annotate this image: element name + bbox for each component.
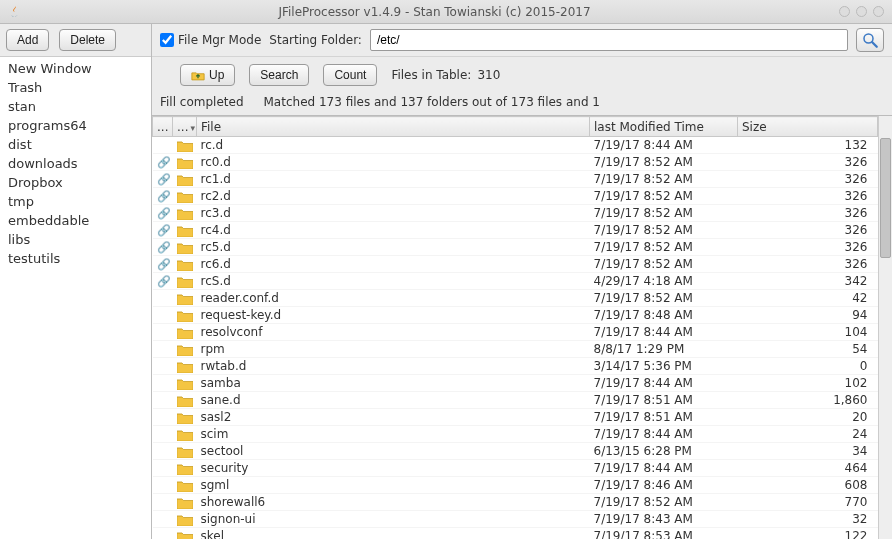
browse-button[interactable]	[856, 28, 884, 52]
cell-icon	[173, 477, 197, 494]
symlink-icon: 🔗	[157, 173, 171, 186]
cell-size: 104	[738, 324, 878, 341]
table-row[interactable]: rpm8/8/17 1:29 PM54	[153, 341, 878, 358]
cell-size: 326	[738, 256, 878, 273]
cell-size: 122	[738, 528, 878, 540]
table-row[interactable]: sgml7/19/17 8:46 AM608	[153, 477, 878, 494]
scrollbar-thumb[interactable]	[880, 138, 891, 258]
table-row[interactable]: 🔗rc4.d7/19/17 8:52 AM326	[153, 222, 878, 239]
cell-link: 🔗	[153, 205, 173, 222]
table-row[interactable]: resolvconf7/19/17 8:44 AM104	[153, 324, 878, 341]
file-mgr-mode-checkbox[interactable]	[160, 33, 174, 47]
sidebar-item[interactable]: dist	[0, 135, 151, 154]
symlink-icon: 🔗	[157, 258, 171, 271]
cell-modified: 7/19/17 8:52 AM	[590, 256, 738, 273]
table-row[interactable]: scim7/19/17 8:44 AM24	[153, 426, 878, 443]
cell-size: 54	[738, 341, 878, 358]
cell-filename: scim	[197, 426, 590, 443]
table-row[interactable]: security7/19/17 8:44 AM464	[153, 460, 878, 477]
table-row[interactable]: 🔗rc3.d7/19/17 8:52 AM326	[153, 205, 878, 222]
cell-modified: 6/13/15 6:28 PM	[590, 443, 738, 460]
cell-size: 608	[738, 477, 878, 494]
minimize-button[interactable]	[839, 6, 850, 17]
table-row[interactable]: request-key.d7/19/17 8:48 AM94	[153, 307, 878, 324]
sidebar-item[interactable]: tmp	[0, 192, 151, 211]
close-button[interactable]	[873, 6, 884, 17]
table-row[interactable]: shorewall67/19/17 8:52 AM770	[153, 494, 878, 511]
files-in-table-value: 310	[477, 68, 500, 82]
status-line: Fill completed Matched 173 files and 137…	[152, 93, 892, 115]
up-button[interactable]: Up	[180, 64, 235, 86]
sidebar-item[interactable]: New Window	[0, 59, 151, 78]
table-row[interactable]: samba7/19/17 8:44 AM102	[153, 375, 878, 392]
cell-filename: sgml	[197, 477, 590, 494]
col-size[interactable]: Size	[738, 117, 878, 137]
cell-size: 102	[738, 375, 878, 392]
cell-modified: 7/19/17 8:52 AM	[590, 239, 738, 256]
cell-filename: rcS.d	[197, 273, 590, 290]
cell-link	[153, 511, 173, 528]
sidebar-item[interactable]: embeddable	[0, 211, 151, 230]
table-row[interactable]: 🔗rc2.d7/19/17 8:52 AM326	[153, 188, 878, 205]
sidebar-item[interactable]: libs	[0, 230, 151, 249]
folder-icon	[177, 172, 193, 186]
sidebar-item[interactable]: testutils	[0, 249, 151, 268]
table-row[interactable]: 🔗rc5.d7/19/17 8:52 AM326	[153, 239, 878, 256]
file-mgr-mode[interactable]: File Mgr Mode	[160, 33, 261, 47]
sidebar-item[interactable]: stan	[0, 97, 151, 116]
starting-folder-input[interactable]	[370, 29, 848, 51]
sidebar-item[interactable]: Trash	[0, 78, 151, 97]
table-row[interactable]: 🔗rc1.d7/19/17 8:52 AM326	[153, 171, 878, 188]
col-file[interactable]: File	[197, 117, 590, 137]
cell-filename: samba	[197, 375, 590, 392]
sort-indicator-icon: ▾	[190, 123, 195, 133]
cell-filename: sane.d	[197, 392, 590, 409]
cell-size: 1,860	[738, 392, 878, 409]
folder-icon	[177, 410, 193, 424]
cell-link: 🔗	[153, 273, 173, 290]
cell-size: 24	[738, 426, 878, 443]
file-table-scroll[interactable]: ... ...▾ File last Modified Time Size rc…	[152, 116, 878, 539]
cell-link	[153, 443, 173, 460]
sidebar-toolbar: Add Delete	[0, 24, 151, 57]
cell-icon	[173, 494, 197, 511]
table-row[interactable]: sectool6/13/15 6:28 PM34	[153, 443, 878, 460]
maximize-button[interactable]	[856, 6, 867, 17]
table-row[interactable]: skel7/19/17 8:53 AM122	[153, 528, 878, 540]
folder-icon	[177, 461, 193, 475]
symlink-icon: 🔗	[157, 275, 171, 288]
table-row[interactable]: 🔗rc0.d7/19/17 8:52 AM326	[153, 154, 878, 171]
cell-filename: rc4.d	[197, 222, 590, 239]
add-button[interactable]: Add	[6, 29, 49, 51]
cell-size: 0	[738, 358, 878, 375]
col-icon[interactable]: ...▾	[173, 117, 197, 137]
cell-filename: rpm	[197, 341, 590, 358]
table-row[interactable]: reader.conf.d7/19/17 8:52 AM42	[153, 290, 878, 307]
table-row[interactable]: 🔗rcS.d4/29/17 4:18 AM342	[153, 273, 878, 290]
col-link[interactable]: ...	[153, 117, 173, 137]
status-matched: Matched 173 files and 137 folders out of…	[264, 95, 600, 109]
search-button[interactable]: Search	[249, 64, 309, 86]
folder-icon	[177, 529, 193, 539]
folder-icon	[177, 495, 193, 509]
table-row[interactable]: sasl27/19/17 8:51 AM20	[153, 409, 878, 426]
col-modified[interactable]: last Modified Time	[590, 117, 738, 137]
sidebar-item[interactable]: programs64	[0, 116, 151, 135]
sidebar-list: New WindowTrashstanprograms64distdownloa…	[0, 57, 151, 539]
cell-link	[153, 409, 173, 426]
table-row[interactable]: rc.d7/19/17 8:44 AM132	[153, 137, 878, 154]
cell-filename: signon-ui	[197, 511, 590, 528]
vertical-scrollbar[interactable]	[878, 116, 892, 539]
delete-button[interactable]: Delete	[59, 29, 116, 51]
cell-size: 326	[738, 239, 878, 256]
table-row[interactable]: rwtab.d3/14/17 5:36 PM0	[153, 358, 878, 375]
table-row[interactable]: 🔗rc6.d7/19/17 8:52 AM326	[153, 256, 878, 273]
cell-modified: 7/19/17 8:48 AM	[590, 307, 738, 324]
sidebar-item[interactable]: downloads	[0, 154, 151, 173]
table-row[interactable]: signon-ui7/19/17 8:43 AM32	[153, 511, 878, 528]
cell-modified: 7/19/17 8:52 AM	[590, 188, 738, 205]
count-button[interactable]: Count	[323, 64, 377, 86]
table-row[interactable]: sane.d7/19/17 8:51 AM1,860	[153, 392, 878, 409]
cell-filename: rwtab.d	[197, 358, 590, 375]
sidebar-item[interactable]: Dropbox	[0, 173, 151, 192]
